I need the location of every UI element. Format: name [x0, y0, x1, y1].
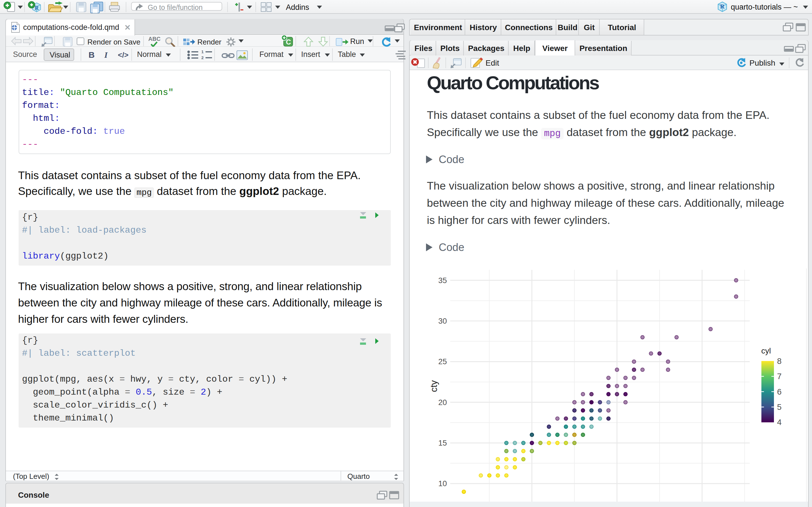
svg-text:20: 20	[438, 398, 447, 407]
svg-text:5: 5	[777, 402, 781, 411]
svg-text:25: 25	[438, 357, 447, 366]
svg-text:cyl: cyl	[761, 346, 771, 355]
svg-text:15: 15	[438, 439, 447, 447]
svg-text:R: R	[35, 5, 39, 11]
svg-text:10: 10	[438, 479, 447, 488]
svg-text:8: 8	[777, 356, 781, 365]
svg-text:2: 2	[201, 55, 204, 60]
svg-text:cty: cty	[428, 380, 439, 392]
svg-text:6: 6	[777, 387, 781, 396]
svg-text:ABC: ABC	[148, 36, 160, 42]
svg-text:30: 30	[438, 317, 447, 325]
svg-text:1: 1	[201, 50, 204, 54]
svg-text:7: 7	[777, 372, 781, 381]
svg-text:4: 4	[777, 418, 781, 427]
svg-text:R: R	[720, 3, 725, 10]
svg-text:35: 35	[438, 276, 447, 285]
